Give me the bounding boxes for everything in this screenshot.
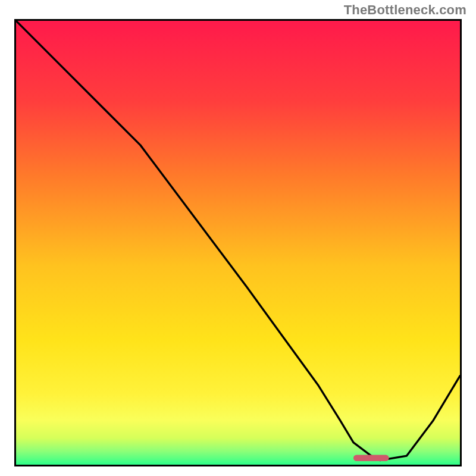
curve-layer <box>16 21 460 465</box>
chart-container: TheBottleneck.com <box>0 0 476 476</box>
watermark-text: TheBottleneck.com <box>344 2 466 18</box>
plot-area <box>14 19 462 466</box>
optimal-range-marker <box>353 455 389 461</box>
bottleneck-curve-path <box>16 21 460 461</box>
